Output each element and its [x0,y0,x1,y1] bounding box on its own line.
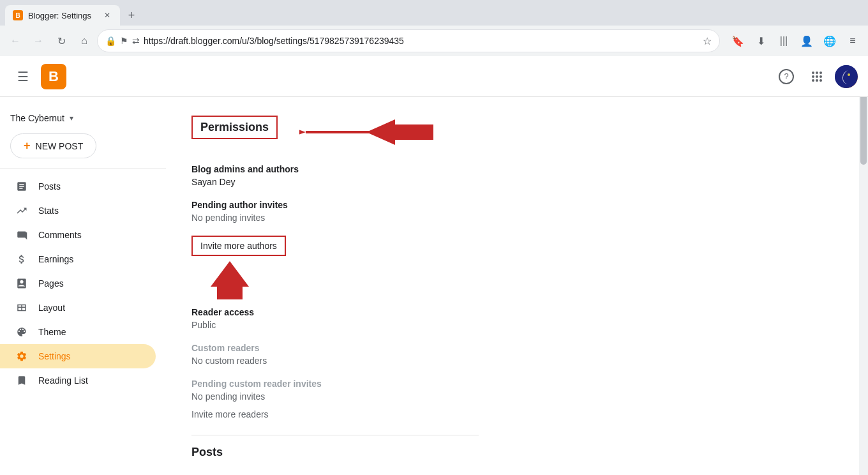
profile-icon[interactable]: 👤 [797,31,817,51]
theme-icon [15,326,28,338]
tab-favicon: B [13,10,23,20]
svg-point-8 [819,79,822,82]
stats-icon [15,205,28,216]
pending-invites-label: Pending author invites [191,200,842,210]
permissions-header-row: Permissions [191,113,842,151]
sidebar-item-label: Pages [38,278,64,289]
grid-icon [811,70,823,83]
settings-icon [15,351,28,362]
posts-section-title: Posts [191,446,842,459]
custom-readers-value: No custom readers [191,356,842,366]
toolbar-right: 🔖 ⬇ ||| 👤 🌐 ≡ [728,31,863,51]
header-right: ? [774,64,858,89]
invite-more-readers-button[interactable]: Invite more readers [191,409,269,419]
sidebar-item-layout[interactable]: Layout [0,296,156,320]
reload-button[interactable]: ↻ [51,31,71,51]
sync-icon[interactable]: 🌐 [819,31,840,51]
svg-point-1 [816,72,818,74]
sidebar-item-label: Earnings [38,254,73,264]
menu-icon[interactable]: ≡ [842,31,863,51]
sidebar-item-label: Stats [38,206,59,216]
sidebar-item-label: Layout [38,303,65,313]
svg-point-6 [812,79,814,82]
sidebar-item-label: Posts [38,181,61,192]
pending-custom-value: No pending invites [191,391,842,402]
invite-more-authors-button[interactable]: Invite more authors [191,236,286,256]
back-button[interactable]: ← [5,31,26,51]
apps-button[interactable] [804,64,830,89]
sidebar-item-label: Reading List [38,375,88,386]
new-tab-button[interactable]: + [123,6,140,24]
tab-close-button[interactable]: ✕ [102,10,112,20]
blog-admins-label: Blog admins and authors [191,164,842,174]
sidebar: The Cybernut ▾ + NEW POST Posts Stats Co… [0,98,166,475]
svg-point-10 [848,73,850,76]
sidebar-item-posts[interactable]: Posts [0,174,156,199]
profile-avatar[interactable] [835,65,858,88]
svg-point-5 [819,75,822,78]
forward-button[interactable]: → [28,31,49,51]
download-icon[interactable]: ⬇ [751,31,771,51]
comments-icon [15,229,28,241]
section-divider [191,435,479,435]
sidebar-item-reading-list[interactable]: Reading List [0,368,156,393]
svg-point-3 [812,75,814,78]
reading-list-icon [15,375,28,386]
pages-icon [15,278,28,289]
pending-invites-value: No pending invites [191,213,842,223]
annotation-arrow-right [299,113,440,151]
url-input[interactable] [144,36,699,46]
sidebar-item-pages[interactable]: Pages [0,271,156,296]
moon-icon [835,65,858,88]
earnings-icon [15,253,28,265]
nav-bar: ← → ↻ ⌂ 🔒 ⚑ ⇄ ☆ 🔖 ⬇ ||| 👤 🌐 ≡ [0,26,868,56]
blog-dropdown-arrow: ▾ [70,114,73,123]
help-icon: ? [779,69,794,84]
pending-custom-label: Pending custom reader invites [191,379,842,389]
browser-chrome: B Blogger: Settings ✕ + ← → ↻ ⌂ 🔒 ⚑ ⇄ ☆ … [0,0,868,57]
annotation-arrow-up [204,255,255,306]
posts-icon [15,181,28,192]
svg-point-2 [819,72,822,74]
sidebar-item-theme[interactable]: Theme [0,320,156,344]
svg-point-7 [816,79,818,82]
scrollbar-thumb[interactable] [860,88,867,165]
tab-title: Blogger: Settings [28,11,91,20]
reader-access-value: Public [191,320,842,330]
sidebar-item-label: Comments [38,230,82,240]
svg-marker-15 [211,261,249,299]
new-post-button[interactable]: + NEW POST [10,133,96,158]
content-wrapper: The Cybernut ▾ + NEW POST Posts Stats Co… [0,98,868,475]
svg-marker-13 [366,119,433,145]
sidebar-divider [0,169,166,169]
blog-selector[interactable]: The Cybernut ▾ [0,108,166,128]
bookmark-icon[interactable]: ☆ [703,35,712,47]
hamburger-button[interactable]: ☰ [10,64,36,89]
plus-icon: + [24,139,31,153]
permissions-section: Permissions Blog admins and authors Saya… [191,113,842,459]
address-bar[interactable]: 🔒 ⚑ ⇄ ☆ [97,29,720,52]
invite-authors-wrapper: Invite more authors [191,230,286,261]
scrollbar-track[interactable] [859,56,868,475]
sidebar-item-label: Settings [38,351,71,361]
collections-icon[interactable]: ||| [774,31,794,51]
active-tab[interactable]: B Blogger: Settings ✕ [5,5,120,26]
main-content: Permissions Blog admins and authors Saya… [166,98,868,475]
reader-access-label: Reader access [191,307,842,317]
sidebar-item-earnings[interactable]: Earnings [0,247,156,271]
blog-admins-value: Sayan Dey [191,177,842,187]
blogger-logo: B [41,64,66,89]
custom-readers-label: Custom readers [191,343,842,353]
pocket-icon[interactable]: 🔖 [728,31,748,51]
home-button[interactable]: ⌂ [74,31,94,51]
blog-name: The Cybernut [10,113,64,123]
layout-icon [15,302,28,313]
svg-rect-9 [835,65,858,88]
help-button[interactable]: ? [774,64,799,89]
sidebar-item-settings[interactable]: Settings [0,344,156,368]
new-post-label: NEW POST [36,141,84,151]
sidebar-item-label: Theme [38,327,66,337]
sidebar-item-stats[interactable]: Stats [0,199,156,223]
svg-point-0 [812,72,814,74]
sidebar-item-comments[interactable]: Comments [0,223,156,247]
